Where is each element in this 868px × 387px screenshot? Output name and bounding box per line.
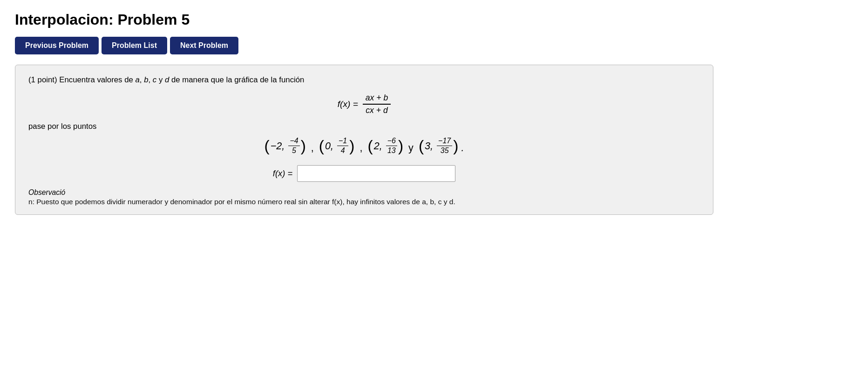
answer-label: f(x) = xyxy=(273,168,292,179)
page-title: Interpolacion: Problem 5 xyxy=(15,11,853,28)
point-4: ( 3, −17 35 ) xyxy=(419,137,459,155)
pase-text: pase por los puntos xyxy=(28,122,700,131)
points-display: ( −2, −4 5 ) , ( 0, −1 4 ) , ( 2, −6 13 xyxy=(28,137,700,155)
main-formula: f(x) = ax + b cx + d xyxy=(28,93,700,115)
observation-title: Observació xyxy=(28,188,700,197)
formula-denominator: cx + d xyxy=(363,105,390,115)
point-3: ( 2, −6 13 ) xyxy=(367,137,403,155)
point-2: ( 0, −1 4 ) xyxy=(319,137,355,155)
point-1: ( −2, −4 5 ) xyxy=(264,137,306,155)
formula-lhs: f(x) = xyxy=(338,99,361,109)
previous-problem-button[interactable]: Previous Problem xyxy=(15,37,99,54)
formula-numerator: ax + b xyxy=(363,93,391,105)
formula-fraction: ax + b cx + d xyxy=(363,93,391,115)
problem-list-button[interactable]: Problem List xyxy=(102,37,167,54)
next-problem-button[interactable]: Next Problem xyxy=(170,37,238,54)
observation-text: n: Puesto que podemos dividir numerador … xyxy=(28,198,700,206)
problem-intro: (1 point) Encuentra valores de a, b, c y… xyxy=(28,75,700,85)
problem-container: (1 point) Encuentra valores de a, b, c y… xyxy=(15,65,713,215)
answer-row: f(x) = xyxy=(28,165,700,182)
points-label: (1 point) xyxy=(28,75,57,84)
nav-buttons: Previous Problem Problem List Next Probl… xyxy=(15,37,853,54)
answer-input[interactable] xyxy=(297,165,455,182)
